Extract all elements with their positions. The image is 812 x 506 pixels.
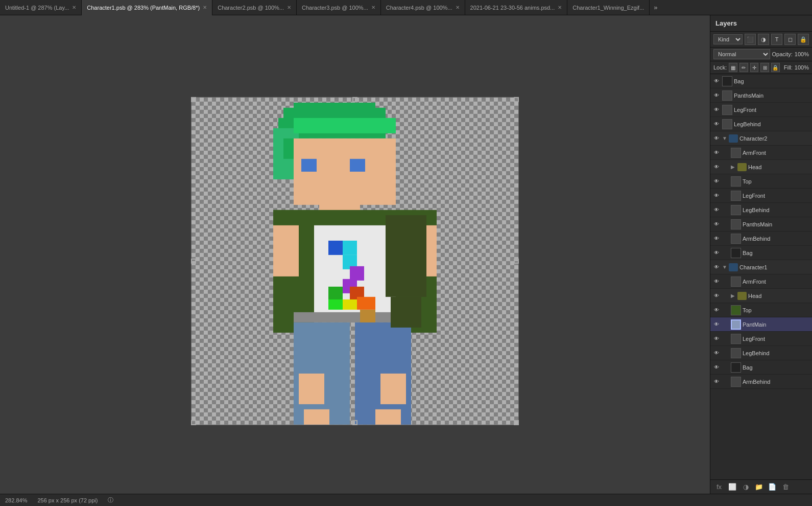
layer-group-character1[interactable]: 👁 ▼ Character1 — [710, 260, 812, 274]
canvas-area[interactable] — [0, 15, 710, 494]
layer-item-legfront-c2[interactable]: 👁 LegFront — [710, 189, 812, 203]
new-group-button[interactable]: 📁 — [753, 481, 765, 493]
info-button[interactable]: ⓘ — [108, 496, 113, 504]
visibility-toggle[interactable]: 👁 — [712, 363, 721, 372]
handle-bottom-mid[interactable] — [352, 420, 357, 425]
tab-close[interactable]: ✕ — [72, 5, 76, 10]
info-icon: ⓘ — [108, 496, 113, 504]
layer-item-panthsmain-c2[interactable]: 👁 PanthsMain — [710, 217, 812, 232]
tab-label: Character1.psb @ 283% (PantMain, RGB/8*) — [87, 5, 200, 11]
layer-group-character2[interactable]: 👁 ▼ Character2 — [710, 131, 812, 146]
kind-select[interactable]: Kind — [713, 34, 743, 44]
handle-right-mid[interactable] — [514, 259, 519, 264]
visibility-toggle[interactable]: 👁 — [712, 177, 721, 186]
filter-pixel-btn[interactable]: ⬛ — [745, 34, 756, 45]
layer-name: Character1 — [739, 264, 810, 270]
layer-name: Head — [748, 164, 810, 170]
tab-close[interactable]: ✕ — [456, 5, 460, 10]
svg-rect-37 — [391, 297, 421, 328]
visibility-toggle[interactable]: 👁 — [712, 278, 721, 286]
handle-left-mid[interactable] — [191, 259, 196, 264]
tab-close[interactable]: ✕ — [203, 5, 207, 10]
tab-character2[interactable]: Character2.psb @ 100%... ✕ — [212, 0, 297, 15]
visibility-toggle[interactable]: 👁 — [712, 220, 721, 228]
visibility-toggle[interactable]: 👁 — [712, 163, 721, 171]
filter-shape-btn[interactable]: ◻ — [784, 34, 796, 45]
layer-item-legfront-top[interactable]: 👁 LegFront — [710, 103, 812, 117]
tab-close[interactable]: ✕ — [558, 5, 562, 10]
visibility-toggle[interactable]: 👁 — [712, 149, 721, 157]
group-expand-arrow[interactable]: ▼ — [722, 135, 727, 141]
visibility-toggle[interactable]: 👁 — [712, 320, 721, 329]
layer-item-bag-top[interactable]: 👁 Bag — [710, 74, 812, 88]
visibility-toggle[interactable]: 👁 — [712, 263, 721, 271]
tab-untitled[interactable]: Untitled-1 @ 287% (Lay... ✕ — [0, 0, 82, 15]
layer-item-armbehind-c1[interactable]: 👁 ArmBehind — [710, 375, 812, 389]
filter-smart-btn[interactable]: 🔒 — [798, 34, 809, 45]
tab-close[interactable]: ✕ — [287, 5, 291, 10]
handle-top-mid[interactable] — [352, 97, 357, 102]
layer-item-armbehind-c2[interactable]: 👁 ArmBehind — [710, 232, 812, 246]
new-layer-button[interactable]: 📄 — [767, 481, 778, 493]
tab-character3[interactable]: Character3.psb @ 100%... ✕ — [297, 0, 381, 15]
layer-name: ArmFront — [743, 279, 810, 285]
tab-character1[interactable]: Character1.psb @ 283% (PantMain, RGB/8*)… — [82, 0, 212, 15]
layer-group-head-c1[interactable]: 👁 ▶ Head — [710, 289, 812, 303]
tab-label: Character1_Winning_Ezgif... — [572, 5, 644, 11]
visibility-toggle[interactable]: 👁 — [712, 378, 721, 386]
visibility-toggle[interactable]: 👁 — [712, 206, 721, 214]
tab-winning[interactable]: Character1_Winning_Ezgif... — [567, 0, 650, 15]
layer-item-bag-c1[interactable]: 👁 Bag — [710, 360, 812, 375]
layer-item-legbehind-top[interactable]: 👁 LegBehind — [710, 117, 812, 131]
visibility-toggle[interactable]: 👁 — [712, 91, 721, 100]
layer-item-armfront-c2[interactable]: 👁 ArmFront — [710, 146, 812, 160]
lock-all-btn[interactable]: 🔒 — [771, 63, 780, 72]
visibility-toggle[interactable]: 👁 — [712, 335, 721, 343]
new-adjustment-button[interactable]: ◑ — [740, 481, 751, 493]
layer-item-panthsmain-top[interactable]: 👁 PanthsMain — [710, 88, 812, 103]
svg-rect-33 — [375, 409, 401, 425]
layer-item-legbehind-c1[interactable]: 👁 LegBehind — [710, 346, 812, 360]
add-mask-button[interactable]: ⬜ — [727, 481, 738, 493]
visibility-toggle[interactable]: 👁 — [712, 235, 721, 243]
group-expand-arrow[interactable]: ▶ — [731, 164, 736, 170]
visibility-toggle[interactable]: 👁 — [712, 106, 721, 114]
layer-item-bag-c2[interactable]: 👁 Bag — [710, 246, 812, 260]
handle-top-left[interactable] — [191, 97, 196, 102]
tab-overflow-btn[interactable]: » — [650, 4, 661, 11]
layer-item-top-c1[interactable]: 👁 Top — [710, 303, 812, 317]
handle-top-right[interactable] — [514, 97, 519, 102]
layer-item-armfront-c1[interactable]: 👁 ArmFront — [710, 274, 812, 289]
tab-character4[interactable]: Character4.psb @ 100%... ✕ — [381, 0, 465, 15]
visibility-toggle[interactable]: 👁 — [712, 192, 721, 200]
lock-artboard-btn[interactable]: ⊞ — [760, 63, 769, 72]
lock-position-btn[interactable]: ✛ — [750, 63, 759, 72]
visibility-toggle[interactable]: 👁 — [712, 306, 721, 314]
blend-mode-select[interactable]: Normal — [713, 49, 770, 59]
lock-brush-btn[interactable]: ✏ — [739, 63, 748, 72]
delete-layer-button[interactable]: 🗑 — [780, 481, 791, 493]
visibility-toggle[interactable]: 👁 — [712, 77, 721, 85]
tab-anims[interactable]: 2021-06-21 23-30-56 anims.psd... ✕ — [465, 0, 568, 15]
tab-close[interactable]: ✕ — [371, 5, 375, 10]
group-expand-arrow[interactable]: ▶ — [731, 293, 736, 298]
visibility-toggle[interactable]: 👁 — [712, 349, 721, 357]
lock-transparent-btn[interactable]: ▦ — [729, 63, 737, 72]
layer-item-legbehind-c2[interactable]: 👁 LegBehind — [710, 203, 812, 217]
filter-adjust-btn[interactable]: ◑ — [758, 34, 769, 45]
visibility-toggle[interactable]: 👁 — [712, 134, 721, 143]
layer-name: Character2 — [739, 135, 810, 142]
handle-bottom-right[interactable] — [514, 420, 519, 425]
layer-item-legfront-c1[interactable]: 👁 LegFront — [710, 332, 812, 346]
handle-bottom-left[interactable] — [191, 420, 196, 425]
layer-group-head-c2[interactable]: 👁 ▶ Head — [710, 160, 812, 174]
layer-item-pantmain-c1[interactable]: 👁 PantMain — [710, 317, 812, 332]
layer-item-top-c2[interactable]: 👁 Top — [710, 174, 812, 189]
visibility-toggle[interactable]: 👁 — [712, 292, 721, 300]
visibility-toggle[interactable]: 👁 — [712, 249, 721, 257]
fx-button[interactable]: fx — [713, 481, 725, 493]
group-expand-arrow[interactable]: ▼ — [722, 264, 727, 270]
visibility-toggle[interactable]: 👁 — [712, 120, 721, 128]
layer-list[interactable]: 👁 Bag 👁 PanthsMain 👁 LegFront 👁 LegBeh — [710, 74, 812, 479]
filter-text-btn[interactable]: T — [771, 34, 782, 45]
